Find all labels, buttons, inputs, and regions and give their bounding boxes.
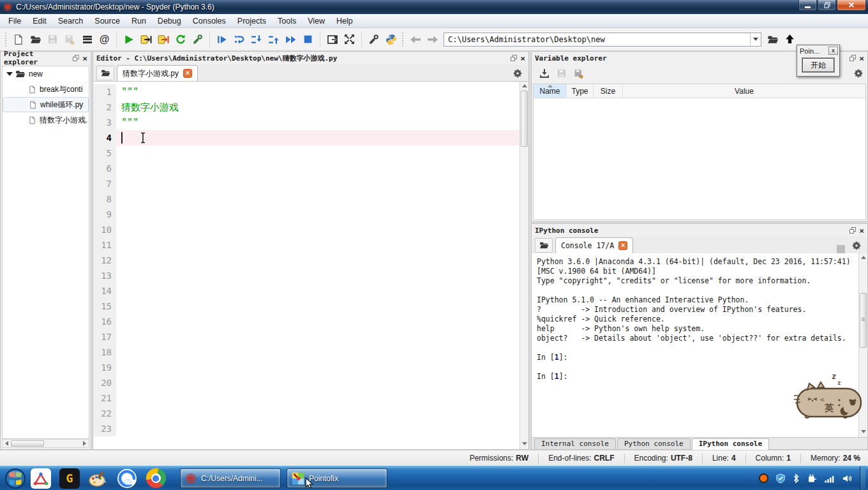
- combobox-dropdown-button[interactable]: [750, 33, 761, 46]
- menu-item-debug[interactable]: Debug: [152, 15, 187, 27]
- browse-tabs-button[interactable]: [96, 66, 114, 80]
- open-file-button[interactable]: [27, 31, 44, 48]
- column-header-name[interactable]: Name: [534, 84, 567, 98]
- security-shield-icon[interactable]: [775, 473, 786, 484]
- scroll-up-icon[interactable]: [522, 84, 527, 87]
- undock-icon[interactable]: [73, 55, 79, 61]
- title-bar[interactable]: C:/Users/Administrator/Desktop/new - Spy…: [0, 0, 868, 14]
- scroll-up-icon[interactable]: [861, 256, 866, 259]
- editor-line[interactable]: 20: [93, 375, 520, 390]
- menu-item-help[interactable]: Help: [331, 15, 359, 27]
- console-body[interactable]: Python 3.6.0 |Anaconda 4.3.1 (64-bit)| (…: [532, 253, 867, 437]
- save-all-button[interactable]: [61, 31, 79, 48]
- undock-icon[interactable]: [849, 55, 856, 61]
- editor-line[interactable]: 18: [93, 345, 520, 360]
- editor-line[interactable]: 9: [93, 207, 520, 222]
- editor-line[interactable]: 1""": [93, 84, 520, 100]
- scrollbar-thumb[interactable]: [521, 91, 528, 147]
- rerun-cell-button[interactable]: [172, 31, 189, 48]
- project-root-folder[interactable]: new: [3, 66, 89, 82]
- paint-app-icon[interactable]: [88, 468, 108, 489]
- tab-close-icon[interactable]: ×: [618, 241, 627, 250]
- interrupt-kernel-icon[interactable]: [837, 245, 845, 253]
- browse-directory-button[interactable]: [764, 31, 781, 48]
- variable-options-gear-icon[interactable]: [853, 68, 864, 78]
- new-file-button[interactable]: [10, 31, 27, 48]
- menu-item-edit[interactable]: Edit: [27, 15, 52, 27]
- fullscreen-button[interactable]: [324, 31, 341, 48]
- project-file[interactable]: while循环.py: [3, 97, 89, 112]
- editor-options-gear-icon[interactable]: [513, 68, 523, 78]
- menu-item-tools[interactable]: Tools: [272, 15, 302, 27]
- debug-step-into-button[interactable]: [248, 31, 265, 48]
- editor-line[interactable]: 21: [93, 390, 520, 406]
- show-desktop-button[interactable]: [860, 466, 865, 490]
- menu-item-view[interactable]: View: [302, 15, 331, 27]
- save-button[interactable]: [44, 31, 61, 48]
- menu-item-projects[interactable]: Projects: [232, 15, 272, 27]
- pointofix-start-button[interactable]: 开始: [802, 58, 834, 72]
- expander-icon[interactable]: [6, 72, 13, 76]
- editor-line[interactable]: 12: [93, 253, 520, 268]
- column-header-value[interactable]: Value: [623, 84, 865, 98]
- console-tab-python-console[interactable]: Python console: [617, 438, 691, 449]
- project-horizontal-scrollbar[interactable]: [2, 439, 89, 448]
- editor-line[interactable]: 14: [93, 283, 520, 299]
- run-button[interactable]: [120, 31, 137, 48]
- editor-code-area[interactable]: 1"""2猜数字小游戏3"""4567891011121314151617181…: [93, 82, 520, 449]
- debug-step-button[interactable]: [230, 31, 248, 48]
- console-tab-ipython-console[interactable]: IPython console: [692, 438, 769, 450]
- editor-vertical-scrollbar[interactable]: [520, 82, 528, 449]
- menu-item-file[interactable]: File: [3, 15, 27, 27]
- python-packages-button[interactable]: [382, 31, 400, 48]
- project-file[interactable]: break与conti: [3, 82, 89, 97]
- editor-line[interactable]: 16: [93, 314, 520, 329]
- preferences-button[interactable]: [365, 31, 382, 48]
- file-switcher-button[interactable]: [79, 31, 96, 48]
- editor-tab[interactable]: 猜数字小游戏.py ×: [117, 65, 198, 81]
- restore-button[interactable]: [818, 0, 836, 11]
- scroll-down-icon[interactable]: [522, 442, 527, 445]
- browse-tabs-button[interactable]: [535, 238, 553, 253]
- editor-line[interactable]: 19: [93, 360, 520, 375]
- editor-line[interactable]: 6: [93, 161, 520, 176]
- run-cell-advance-button[interactable]: [154, 31, 172, 48]
- editor-line[interactable]: 7: [93, 176, 520, 191]
- run-cell-button[interactable]: [137, 31, 154, 48]
- console-options-gear-icon[interactable]: [851, 241, 862, 251]
- working-directory-combobox[interactable]: C:\Users\Administrator\Desktop\new: [444, 33, 761, 47]
- menu-item-run[interactable]: Run: [126, 15, 152, 27]
- save-data-as-button[interactable]: [570, 65, 587, 82]
- editor-line[interactable]: 2猜数字小游戏: [93, 100, 520, 115]
- console-tab[interactable]: Console 17/A ×: [555, 237, 633, 253]
- network-signal-icon[interactable]: [824, 473, 835, 484]
- chrome-app-icon[interactable]: [146, 468, 166, 489]
- scroll-right-icon[interactable]: [83, 441, 86, 446]
- editor-line[interactable]: 10: [93, 222, 520, 237]
- close-button[interactable]: ✕: [837, 0, 866, 11]
- console-tab-internal-console[interactable]: Internal console: [534, 438, 616, 449]
- speaker-icon[interactable]: [842, 473, 852, 484]
- editor-line[interactable]: 23: [93, 421, 520, 436]
- scrollbar-thumb[interactable]: [860, 293, 867, 348]
- undock-icon[interactable]: [511, 55, 517, 61]
- editor-line[interactable]: 11: [93, 237, 520, 253]
- back-button[interactable]: [407, 31, 424, 48]
- close-panel-icon[interactable]: ×: [859, 226, 864, 235]
- recording-indicator-icon[interactable]: [759, 473, 768, 483]
- debug-button[interactable]: [213, 31, 230, 48]
- editor-line[interactable]: 5: [93, 145, 520, 161]
- scroll-down-icon[interactable]: [861, 430, 866, 433]
- maximize-pane-button[interactable]: [341, 31, 358, 48]
- import-data-button[interactable]: [535, 65, 553, 82]
- debug-step-return-button[interactable]: [265, 31, 282, 48]
- editor-line[interactable]: 4: [93, 130, 520, 145]
- pointofix-title-bar[interactable]: Poin... x: [797, 45, 839, 56]
- debug-stop-button[interactable]: [299, 31, 317, 48]
- tab-close-icon[interactable]: ×: [183, 69, 192, 78]
- project-file[interactable]: 猜数字小游戏.: [3, 112, 89, 128]
- taskbar-button-pointofix[interactable]: Pointofix: [287, 468, 387, 488]
- menu-item-source[interactable]: Source: [89, 15, 126, 27]
- editor-line[interactable]: 8: [93, 191, 520, 207]
- save-data-button[interactable]: [553, 65, 570, 82]
